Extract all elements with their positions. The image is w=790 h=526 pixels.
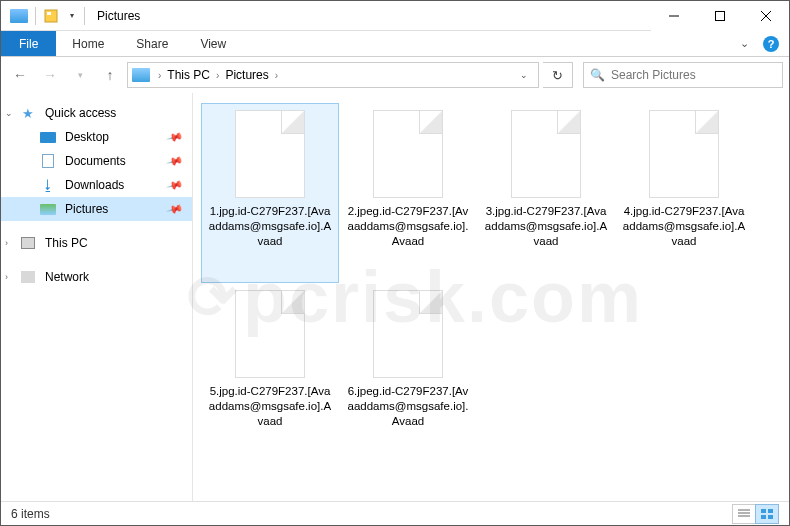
file-item[interactable]: 2.jpeg.id-C279F237.[Avaaddams@msgsafe.io… <box>339 103 477 283</box>
svg-rect-11 <box>761 515 766 519</box>
separator <box>35 7 36 25</box>
recent-dropdown-icon[interactable]: ▾ <box>67 62 93 88</box>
item-count: 6 items <box>11 507 50 521</box>
forward-button[interactable]: → <box>37 62 63 88</box>
window-title: Pictures <box>97 9 140 23</box>
qat-dropdown-icon[interactable]: ▾ <box>64 11 80 20</box>
file-name: 4.jpg.id-C279F237.[Avaaddams@msgsafe.io]… <box>618 204 750 249</box>
svg-rect-1 <box>47 12 51 15</box>
search-input[interactable]: 🔍 Search Pictures <box>583 62 783 88</box>
titlebar: ▾ Pictures <box>1 1 789 31</box>
explorer-window: ▾ Pictures File Home Share View ⌄ ? ← <box>0 0 790 526</box>
file-item[interactable]: 6.jpeg.id-C279F237.[Avaaddams@msgsafe.io… <box>339 283 477 463</box>
pictures-icon <box>39 204 57 215</box>
body: ⟳pcrisk.com ⌄ ★ Quick access Desktop 📌 D… <box>1 93 789 501</box>
pc-icon <box>19 237 37 249</box>
file-icon <box>649 110 719 198</box>
file-name: 3.jpg.id-C279F237.[Avaaddams@msgsafe.io]… <box>480 204 612 249</box>
refresh-button[interactable]: ↻ <box>543 62 573 88</box>
collapse-icon[interactable]: ⌄ <box>5 108 13 118</box>
sidebar-item-pictures[interactable]: Pictures 📌 <box>1 197 192 221</box>
expand-icon[interactable]: › <box>5 272 8 282</box>
svg-rect-3 <box>716 11 725 20</box>
sidebar-item-downloads[interactable]: ⭳ Downloads 📌 <box>1 173 192 197</box>
maximize-button[interactable] <box>697 1 743 31</box>
sidebar-item-label: Documents <box>65 154 126 168</box>
window-icon[interactable] <box>7 5 31 27</box>
network-icon <box>19 271 37 283</box>
svg-rect-10 <box>768 509 773 513</box>
statusbar: 6 items <box>1 501 789 525</box>
minimize-button[interactable] <box>651 1 697 31</box>
star-icon: ★ <box>19 106 37 121</box>
pin-icon: 📌 <box>166 176 185 194</box>
file-icon <box>373 110 443 198</box>
tab-home[interactable]: Home <box>56 31 120 56</box>
window-controls <box>651 1 789 31</box>
file-name: 6.jpeg.id-C279F237.[Avaaddams@msgsafe.io… <box>342 384 474 429</box>
sidebar: ⌄ ★ Quick access Desktop 📌 Documents 📌 ⭳… <box>1 93 193 501</box>
sidebar-item-label: Quick access <box>45 106 116 120</box>
file-tab[interactable]: File <box>1 31 56 56</box>
expand-icon[interactable]: › <box>5 238 8 248</box>
pin-icon: 📌 <box>166 200 185 218</box>
search-placeholder: Search Pictures <box>611 68 696 82</box>
download-icon: ⭳ <box>39 177 57 193</box>
svg-rect-9 <box>761 509 766 513</box>
search-icon: 🔍 <box>590 68 605 82</box>
tab-view[interactable]: View <box>184 31 242 56</box>
expand-ribbon-icon[interactable]: ⌄ <box>740 37 749 50</box>
chevron-right-icon[interactable]: › <box>271 70 282 81</box>
sidebar-item-label: Downloads <box>65 178 124 192</box>
thumbnails-view-button[interactable] <box>755 504 779 524</box>
breadcrumb-item[interactable]: Pictures <box>225 68 268 82</box>
document-icon <box>39 154 57 168</box>
pin-icon: 📌 <box>166 128 185 146</box>
quick-access-toolbar: ▾ <box>1 5 87 27</box>
sidebar-item-documents[interactable]: Documents 📌 <box>1 149 192 173</box>
ribbon: File Home Share View ⌄ ? <box>1 31 789 57</box>
pin-icon: 📌 <box>166 152 185 170</box>
details-view-button[interactable] <box>732 504 756 524</box>
file-icon <box>235 110 305 198</box>
sidebar-quick-access[interactable]: ⌄ ★ Quick access <box>1 101 192 125</box>
close-button[interactable] <box>743 1 789 31</box>
file-name: 2.jpeg.id-C279F237.[Avaaddams@msgsafe.io… <box>342 204 474 249</box>
chevron-right-icon[interactable]: › <box>154 70 165 81</box>
back-button[interactable]: ← <box>7 62 33 88</box>
chevron-right-icon[interactable]: › <box>212 70 223 81</box>
file-name: 5.jpg.id-C279F237.[Avaaddams@msgsafe.io]… <box>204 384 336 429</box>
file-grid[interactable]: 1.jpg.id-C279F237.[Avaaddams@msgsafe.io]… <box>193 93 789 501</box>
file-name: 1.jpg.id-C279F237.[Avaaddams@msgsafe.io]… <box>204 204 336 249</box>
properties-icon[interactable] <box>40 5 62 27</box>
separator <box>84 7 85 25</box>
folder-icon <box>132 68 150 82</box>
desktop-icon <box>39 132 57 143</box>
file-item[interactable]: 1.jpg.id-C279F237.[Avaaddams@msgsafe.io]… <box>201 103 339 283</box>
sidebar-item-label: Pictures <box>65 202 108 216</box>
help-icon[interactable]: ? <box>763 36 779 52</box>
sidebar-item-label: This PC <box>45 236 88 250</box>
sidebar-this-pc[interactable]: › This PC <box>1 231 192 255</box>
file-icon <box>511 110 581 198</box>
tab-share[interactable]: Share <box>120 31 184 56</box>
file-icon <box>235 290 305 378</box>
sidebar-item-label: Network <box>45 270 89 284</box>
navbar: ← → ▾ ↑ › This PC › Pictures › ⌄ ↻ 🔍 Sea… <box>1 57 789 93</box>
breadcrumb-item[interactable]: This PC <box>167 68 210 82</box>
file-item[interactable]: 5.jpg.id-C279F237.[Avaaddams@msgsafe.io]… <box>201 283 339 463</box>
file-item[interactable]: 3.jpg.id-C279F237.[Avaaddams@msgsafe.io]… <box>477 103 615 283</box>
svg-rect-0 <box>45 10 57 22</box>
up-button[interactable]: ↑ <box>97 62 123 88</box>
breadcrumb[interactable]: › This PC › Pictures › ⌄ <box>127 62 539 88</box>
file-icon <box>373 290 443 378</box>
svg-rect-12 <box>768 515 773 519</box>
breadcrumb-dropdown-icon[interactable]: ⌄ <box>514 70 534 80</box>
sidebar-item-label: Desktop <box>65 130 109 144</box>
sidebar-item-desktop[interactable]: Desktop 📌 <box>1 125 192 149</box>
sidebar-network[interactable]: › Network <box>1 265 192 289</box>
file-item[interactable]: 4.jpg.id-C279F237.[Avaaddams@msgsafe.io]… <box>615 103 753 283</box>
